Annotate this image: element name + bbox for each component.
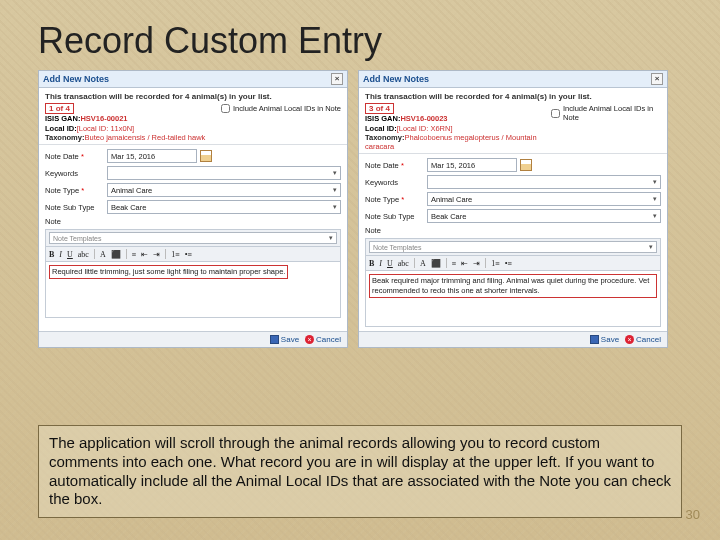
chevron-down-icon: ▾ [333,169,337,177]
chevron-down-icon: ▾ [653,212,657,220]
note-text: Required little trimming, just some ligh… [49,265,288,279]
note-template-select[interactable]: Note Templates▾ [369,241,657,253]
strike-button[interactable]: abc [78,250,89,259]
dialog-footer: Save ×Cancel [359,331,667,347]
calendar-icon[interactable] [200,150,212,162]
cancel-button[interactable]: ×Cancel [305,335,341,344]
dialog-title: Add New Notes [363,74,429,84]
chevron-down-icon: ▾ [333,186,337,194]
chevron-down-icon: ▾ [333,203,337,211]
highlight-button[interactable]: ⬛ [431,259,441,268]
align-button[interactable]: ≡ [132,250,137,259]
outdent-button[interactable]: ⇤ [141,250,148,259]
note-type-select[interactable]: Animal Care▾ [107,183,341,197]
taxonomy-label: Taxonomy: [45,133,84,142]
dialog-title: Add New Notes [43,74,109,84]
note-editor[interactable]: Required little trimming, just some ligh… [45,262,341,318]
note-type-label: Note Type [45,186,79,195]
include-checkbox-input[interactable] [221,104,230,113]
record-pager: 3 of 4 [365,103,394,114]
taxonomy-value: Buteo jamaicensis / Red-tailed hawk [84,133,205,142]
gan-value: HSV16-00023 [400,114,447,123]
ol-button[interactable]: 1≡ [491,259,500,268]
slide-caption: The application will scroll through the … [38,425,682,518]
slide-title: Record Custom Entry [0,0,720,70]
italic-button[interactable]: I [59,250,62,259]
localid-value: [Local ID: X6RN] [397,124,453,133]
note-type-label: Note Type [365,195,399,204]
editor-format-toolbar: B I U abc A ⬛ ≡ ⇤ ⇥ 1≡ •≡ [365,256,661,271]
highlight-button[interactable]: ⬛ [111,250,121,259]
note-subtype-label: Note Sub Type [365,212,427,221]
chevron-down-icon: ▾ [653,178,657,186]
include-localids-checkbox[interactable]: Include Animal Local IDs in Note [221,104,341,113]
localid-label: Local ID: [365,124,397,133]
gan-label: ISIS GAN: [365,114,400,123]
dialog-left: Add New Notes × This transaction will be… [38,70,348,348]
dialog-header: Add New Notes × [39,71,347,88]
ul-button[interactable]: •≡ [505,259,512,268]
localid-value: [Local ID: 11x0N] [77,124,135,133]
keywords-input[interactable]: ▾ [107,166,341,180]
underline-button[interactable]: U [387,259,393,268]
underline-button[interactable]: U [67,250,73,259]
note-editor[interactable]: Beak required major trimming and filing.… [365,271,661,327]
cancel-button[interactable]: ×Cancel [625,335,661,344]
localid-label: Local ID: [45,124,77,133]
chevron-down-icon: ▾ [653,195,657,203]
ul-button[interactable]: •≡ [185,250,192,259]
note-type-select[interactable]: Animal Care▾ [427,192,661,206]
note-subtype-select[interactable]: Beak Care▾ [427,209,661,223]
dialog-header: Add New Notes × [359,71,667,88]
editor-format-toolbar: B I U abc A ⬛ ≡ ⇤ ⇥ 1≡ •≡ [45,247,341,262]
note-subtype-select[interactable]: Beak Care▾ [107,200,341,214]
chevron-down-icon: ▾ [649,243,653,251]
font-color-button[interactable]: A [420,259,426,268]
info-banner: This transaction will be recorded for 4 … [359,88,667,154]
form-area: Note Date * Mar 15, 2016 Keywords ▾ Note… [359,154,667,331]
keywords-input[interactable]: ▾ [427,175,661,189]
banner-message: This transaction will be recorded for 4 … [45,92,341,101]
indent-button[interactable]: ⇥ [473,259,480,268]
outdent-button[interactable]: ⇤ [461,259,468,268]
editor-template-bar: Note Templates▾ [365,238,661,256]
cancel-icon: × [305,335,314,344]
include-localids-checkbox[interactable]: Include Animal Local IDs in Note [551,104,661,122]
strike-button[interactable]: abc [398,259,409,268]
calendar-icon[interactable] [520,159,532,171]
info-banner: This transaction will be recorded for 4 … [39,88,347,145]
note-date-input[interactable]: Mar 15, 2016 [107,149,197,163]
indent-button[interactable]: ⇥ [153,250,160,259]
include-checkbox-label: Include Animal Local IDs in Note [563,104,661,122]
note-label: Note [45,217,107,226]
cancel-icon: × [625,335,634,344]
dialog-footer: Save ×Cancel [39,331,347,347]
panels-row: Add New Notes × This transaction will be… [0,70,720,348]
keywords-label: Keywords [45,169,107,178]
form-area: Note Date * Mar 15, 2016 Keywords ▾ Note… [39,145,347,322]
chevron-down-icon: ▾ [329,234,333,242]
bold-button[interactable]: B [369,259,374,268]
save-button[interactable]: Save [270,335,299,344]
gan-value: HSV16-00021 [80,114,127,123]
close-icon[interactable]: × [331,73,343,85]
banner-message: This transaction will be recorded for 4 … [365,92,661,101]
note-text: Beak required major trimming and filing.… [369,274,657,298]
bold-button[interactable]: B [49,250,54,259]
save-button[interactable]: Save [590,335,619,344]
save-icon [270,335,279,344]
gan-label: ISIS GAN: [45,114,80,123]
close-icon[interactable]: × [651,73,663,85]
italic-button[interactable]: I [379,259,382,268]
align-button[interactable]: ≡ [452,259,457,268]
note-date-label: Note Date [45,152,79,161]
ol-button[interactable]: 1≡ [171,250,180,259]
taxonomy-label: Taxonomy: [365,133,404,142]
font-color-button[interactable]: A [100,250,106,259]
note-date-input[interactable]: Mar 15, 2016 [427,158,517,172]
include-checkbox-input[interactable] [551,109,560,118]
dialog-right: Add New Notes × This transaction will be… [358,70,668,348]
note-template-select[interactable]: Note Templates▾ [49,232,337,244]
editor-template-bar: Note Templates▾ [45,229,341,247]
note-label: Note [365,226,427,235]
